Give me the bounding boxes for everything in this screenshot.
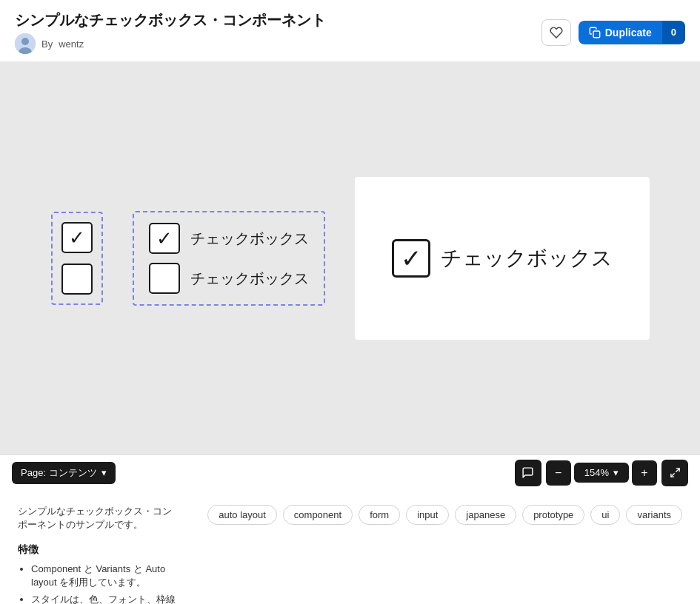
toolbar: Page: コンテンツ ▾ − 154% ▾ + xyxy=(0,454,700,490)
canvas: ✓ ✓ チェックボックス チェックボックス ✓ チェックボッ xyxy=(0,62,700,454)
svg-point-1 xyxy=(21,38,29,45)
author-info: By wentz xyxy=(15,33,326,54)
page-selector[interactable]: Page: コンテンツ ▾ xyxy=(12,462,116,484)
checkbox-label-large: チェックボックス xyxy=(441,244,613,272)
tag-variants[interactable]: variants xyxy=(626,505,682,525)
features-list: Component と Variants と Auto layout を利用して… xyxy=(18,563,178,604)
canvas-content: ✓ ✓ チェックボックス チェックボックス ✓ チェックボッ xyxy=(51,177,650,340)
tag-japanese[interactable]: japanese xyxy=(455,505,516,525)
zoom-level: 154% xyxy=(584,467,609,478)
header-left: シンプルなチェックボックス・コンポーネント By wentz xyxy=(15,10,326,54)
page-label: Page: コンテンツ xyxy=(21,466,97,480)
page-chevron-icon: ▾ xyxy=(101,467,107,478)
duplicate-main[interactable]: Duplicate xyxy=(579,21,662,44)
checkbox-unchecked-2[interactable] xyxy=(149,263,180,294)
page-title: シンプルなチェックボックス・コンポーネント xyxy=(15,10,326,30)
tag-prototype[interactable]: prototype xyxy=(522,505,584,525)
feature-item-2: スタイルは、色、フォント、枠線を設定しています。 xyxy=(31,593,178,604)
chat-button[interactable] xyxy=(515,460,541,486)
checkbox-group-3: ✓ チェックボックス xyxy=(355,177,650,340)
tag-component[interactable]: component xyxy=(283,505,353,525)
checkbox-label-2: チェックボックス xyxy=(190,269,309,289)
checkbox-row-2: チェックボックス xyxy=(149,263,309,294)
tag-ui[interactable]: ui xyxy=(590,505,620,525)
checkbox-large[interactable]: ✓ xyxy=(392,239,430,278)
header: シンプルなチェックボックス・コンポーネント By wentz xyxy=(0,0,700,62)
author-prefix: By xyxy=(41,38,53,50)
zoom-chevron-icon: ▾ xyxy=(613,467,619,478)
zoom-display[interactable]: 154% ▾ xyxy=(574,463,629,483)
tags-grid: auto layoutcomponentforminputjapanesepro… xyxy=(207,505,682,525)
zoom-in-button[interactable]: + xyxy=(632,460,657,486)
tag-form[interactable]: form xyxy=(359,505,400,525)
description-summary: シンプルなチェックボックス・コンポーネントのサンプルです。 xyxy=(18,505,178,531)
duplicate-count: 0 xyxy=(662,21,685,44)
checkmark-icon-1: ✓ xyxy=(69,228,85,247)
features-title: 特徴 xyxy=(18,543,178,557)
description-section: シンプルなチェックボックス・コンポーネントのサンプルです。 特徴 Compone… xyxy=(0,490,700,604)
toolbar-right: − 154% ▾ + xyxy=(515,460,688,486)
avatar xyxy=(15,33,36,54)
duplicate-button[interactable]: Duplicate 0 xyxy=(579,21,685,44)
feature-item-1: Component と Variants と Auto layout を利用して… xyxy=(31,563,178,589)
like-button[interactable] xyxy=(541,19,571,46)
tag-auto-layout[interactable]: auto layout xyxy=(207,505,277,525)
fullscreen-button[interactable] xyxy=(661,460,688,486)
checkmark-icon-2: ✓ xyxy=(156,229,173,248)
duplicate-label: Duplicate xyxy=(605,27,652,38)
zoom-out-button[interactable]: − xyxy=(546,460,571,486)
checkbox-unchecked-1[interactable] xyxy=(61,264,93,295)
checkbox-checked-1[interactable]: ✓ xyxy=(61,222,93,253)
zoom-controls: − 154% ▾ + xyxy=(546,460,657,486)
checkmark-icon-large: ✓ xyxy=(401,244,421,273)
checkbox-row-large: ✓ チェックボックス xyxy=(392,239,613,278)
svg-rect-3 xyxy=(593,31,600,38)
tag-input[interactable]: input xyxy=(406,505,449,525)
tags-section: auto layoutcomponentforminputjapanesepro… xyxy=(207,505,682,604)
checkbox-group-1: ✓ xyxy=(51,212,103,305)
checkbox-row-1: ✓ チェックボックス xyxy=(149,223,309,254)
description-left: シンプルなチェックボックス・コンポーネントのサンプルです。 特徴 Compone… xyxy=(18,505,178,604)
author-name: wentz xyxy=(59,38,84,50)
checkbox-label-1: チェックボックス xyxy=(190,229,309,249)
checkbox-checked-2[interactable]: ✓ xyxy=(149,223,180,254)
header-actions: Duplicate 0 xyxy=(541,19,685,46)
checkbox-group-2: ✓ チェックボックス チェックボックス xyxy=(133,211,325,306)
